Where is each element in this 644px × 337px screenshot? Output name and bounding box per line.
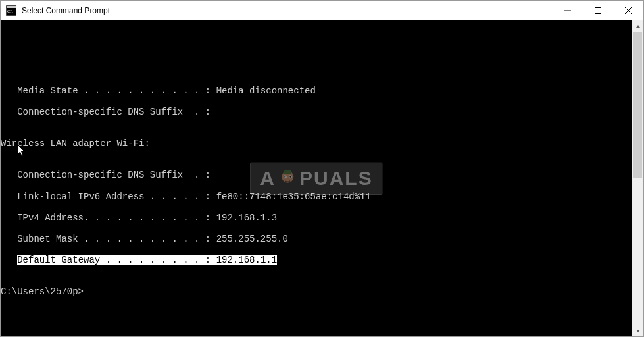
prompt-line[interactable]: C:\Users\2570p> <box>1 286 632 297</box>
scroll-down-arrow-icon[interactable] <box>632 325 643 336</box>
terminal[interactable]: A PUALS Media State . . . . . . . . . . … <box>1 20 632 336</box>
titlebar[interactable]: C:\ Select Command Prompt <box>1 1 643 20</box>
output-line-adapter-header: Wireless LAN adapter Wi-Fi: <box>1 138 632 149</box>
app-window: C:\ Select Command Prompt A <box>0 0 644 337</box>
scroll-up-arrow-icon[interactable] <box>632 20 643 32</box>
output-line: Link-local IPv6 Address . . . . . : fe80… <box>1 192 632 202</box>
svg-rect-4 <box>595 7 601 13</box>
output-line-gateway: Default Gateway . . . . . . . . . : 192.… <box>1 255 632 265</box>
vertical-scrollbar[interactable] <box>632 20 643 336</box>
output-line: Media State . . . . . . . . . . . : Medi… <box>1 86 632 96</box>
svg-text:C:\: C:\ <box>7 9 13 14</box>
maximize-button[interactable] <box>583 1 613 20</box>
output-line: Subnet Mask . . . . . . . . . . . : 255.… <box>1 234 632 244</box>
close-button[interactable] <box>613 1 643 20</box>
output-line: IPv4 Address. . . . . . . . . . . : 192.… <box>1 213 632 223</box>
window-title: Select Command Prompt <box>22 6 553 15</box>
scroll-track[interactable] <box>632 32 643 325</box>
client-area: A PUALS Media State . . . . . . . . . . … <box>1 20 643 336</box>
window-controls <box>553 1 643 20</box>
scroll-thumb[interactable] <box>633 32 642 178</box>
terminal-output: Media State . . . . . . . . . . . : Medi… <box>1 74 632 318</box>
svg-rect-1 <box>7 6 16 8</box>
output-line: Connection-specific DNS Suffix . : <box>1 107 632 117</box>
gw-indent <box>1 255 17 265</box>
cmd-icon: C:\ <box>6 5 16 16</box>
selected-text[interactable]: Default Gateway . . . . . . . . . : 192.… <box>17 255 277 265</box>
minimize-button[interactable] <box>553 1 583 20</box>
output-line: Connection-specific DNS Suffix . : <box>1 170 632 180</box>
